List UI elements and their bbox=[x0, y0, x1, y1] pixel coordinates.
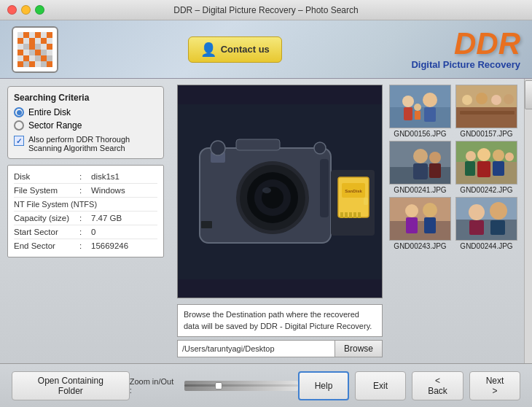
vertical-scrollbar[interactable] bbox=[524, 79, 532, 363]
info-row-disk: Disk : disk1s1 bbox=[14, 170, 157, 184]
zoom-slider[interactable] bbox=[184, 381, 298, 391]
svg-point-73 bbox=[462, 95, 472, 105]
zoom-thumb[interactable] bbox=[215, 382, 222, 389]
info-row-start: Start Sector : 0 bbox=[14, 225, 157, 239]
svg-rect-97 bbox=[390, 221, 451, 241]
thumbnail-image-4 bbox=[455, 141, 517, 185]
maximize-button[interactable] bbox=[35, 5, 44, 15]
search-criteria-title: Searching Criteria bbox=[14, 93, 157, 103]
scrollbar-thumb[interactable] bbox=[525, 80, 532, 109]
sector-range-option[interactable]: Sector Range bbox=[14, 120, 157, 131]
svg-rect-108 bbox=[490, 220, 505, 235]
end-value: 15669246 bbox=[91, 241, 128, 250]
svg-point-90 bbox=[493, 150, 504, 161]
logo-mosaic bbox=[17, 32, 52, 67]
svg-rect-27 bbox=[35, 55, 41, 61]
thumbnail-image-2 bbox=[455, 85, 517, 128]
svg-point-83 bbox=[429, 152, 441, 163]
svg-text:SanDisk: SanDisk bbox=[345, 189, 362, 193]
right-panel-wrapper: GND00156.JPG bbox=[388, 79, 532, 363]
svg-rect-32 bbox=[29, 61, 35, 67]
footer: Open Containing Folder Zoom in/Out : Hel… bbox=[0, 363, 532, 407]
contact-button[interactable]: 👤 Contact us bbox=[188, 36, 282, 63]
svg-point-91 bbox=[505, 152, 514, 161]
footer-center: Zoom in/Out : bbox=[130, 377, 298, 395]
back-button[interactable]: < Back bbox=[412, 371, 463, 400]
browse-button[interactable]: Browse bbox=[335, 340, 383, 357]
svg-point-75 bbox=[491, 95, 501, 105]
svg-rect-52 bbox=[340, 212, 343, 218]
svg-point-60 bbox=[314, 142, 326, 154]
thumbnail-image-3 bbox=[389, 141, 451, 185]
svg-rect-14 bbox=[29, 44, 35, 50]
svg-point-106 bbox=[490, 202, 507, 220]
svg-rect-92 bbox=[465, 161, 475, 176]
center-panel: SanDisk Browse the Destination path wher… bbox=[171, 79, 388, 363]
thumbnail-item-2[interactable]: GND00157.JPG bbox=[455, 85, 518, 138]
help-button[interactable]: Help bbox=[298, 371, 349, 400]
contact-label: Contact us bbox=[221, 44, 270, 55]
svg-rect-96 bbox=[390, 198, 451, 221]
algo-checkbox[interactable]: ✓ bbox=[14, 136, 24, 146]
thumbnail-item-1[interactable]: GND00156.JPG bbox=[388, 85, 452, 138]
start-value: 0 bbox=[91, 228, 95, 236]
algo-check[interactable]: ✓ Also perform DDR Thorough Scanning Alg… bbox=[14, 135, 157, 152]
svg-point-105 bbox=[469, 204, 485, 220]
minimize-button[interactable] bbox=[21, 5, 31, 15]
svg-point-88 bbox=[466, 151, 476, 161]
thumbnail-item-5[interactable]: GND00243.JPG bbox=[388, 197, 452, 250]
disk-label: Disk bbox=[14, 172, 79, 181]
entire-disk-label: Entire Disk bbox=[28, 107, 71, 117]
svg-rect-47 bbox=[320, 159, 329, 217]
svg-rect-107 bbox=[469, 220, 484, 235]
svg-rect-20 bbox=[29, 50, 35, 55]
svg-rect-0 bbox=[17, 32, 23, 38]
svg-rect-12 bbox=[17, 44, 23, 50]
svg-rect-3 bbox=[35, 32, 41, 38]
thumbnail-image-5 bbox=[389, 197, 451, 241]
svg-rect-9 bbox=[35, 38, 41, 44]
svg-rect-5 bbox=[47, 32, 52, 38]
thumbnail-image-6 bbox=[455, 197, 517, 241]
svg-rect-53 bbox=[345, 212, 348, 218]
thumbnail-label-1: GND00156.JPG bbox=[394, 130, 446, 138]
thumbnail-label-5: GND00243.JPG bbox=[394, 242, 446, 250]
svg-rect-101 bbox=[424, 217, 436, 233]
dest-info-box: Browse the Destination path where the re… bbox=[177, 304, 383, 357]
svg-rect-104 bbox=[456, 220, 517, 241]
svg-rect-35 bbox=[47, 61, 52, 67]
svg-rect-13 bbox=[23, 44, 29, 50]
thumbnail-item-6[interactable]: GND00244.JPG bbox=[455, 197, 518, 250]
search-criteria-box: Searching Criteria Entire Disk Sector Ra… bbox=[7, 86, 164, 159]
info-row-ntfs: NT File System (NTFS) bbox=[14, 198, 157, 212]
sector-range-radio[interactable] bbox=[14, 120, 24, 131]
exit-button[interactable]: Exit bbox=[355, 371, 406, 400]
titlebar: DDR – Digital Picture Recovery – Photo S… bbox=[0, 0, 532, 20]
svg-rect-54 bbox=[349, 212, 352, 218]
thumbnail-item-4[interactable]: GND00242.JPG bbox=[455, 141, 518, 194]
next-button[interactable]: Next > bbox=[469, 371, 520, 400]
brand-area: DDR Digital Picture Recovery bbox=[411, 28, 520, 70]
left-panel: Searching Criteria Entire Disk Sector Ra… bbox=[0, 79, 171, 363]
svg-rect-93 bbox=[477, 161, 490, 177]
zoom-label: Zoom in/Out : bbox=[130, 377, 177, 395]
close-button[interactable] bbox=[7, 5, 17, 15]
end-label: End Sector bbox=[14, 241, 79, 250]
thumbnail-grid: GND00156.JPG bbox=[388, 85, 521, 250]
window-controls bbox=[7, 5, 44, 15]
entire-disk-radio[interactable] bbox=[14, 107, 24, 117]
footer-left: Open Containing Folder bbox=[12, 371, 130, 400]
svg-rect-94 bbox=[493, 161, 504, 176]
svg-rect-100 bbox=[406, 217, 418, 233]
open-folder-button[interactable]: Open Containing Folder bbox=[12, 371, 130, 400]
svg-point-64 bbox=[402, 96, 414, 107]
entire-disk-option[interactable]: Entire Disk bbox=[14, 107, 157, 117]
capacity-value: 7.47 GB bbox=[91, 214, 122, 222]
svg-point-68 bbox=[414, 104, 421, 111]
thumbnail-item-3[interactable]: GND00241.JPG bbox=[388, 141, 452, 194]
svg-rect-58 bbox=[201, 221, 212, 228]
svg-rect-56 bbox=[358, 212, 361, 218]
camera-svg: SanDisk bbox=[178, 104, 382, 279]
svg-rect-18 bbox=[17, 50, 23, 55]
svg-rect-26 bbox=[29, 55, 35, 61]
